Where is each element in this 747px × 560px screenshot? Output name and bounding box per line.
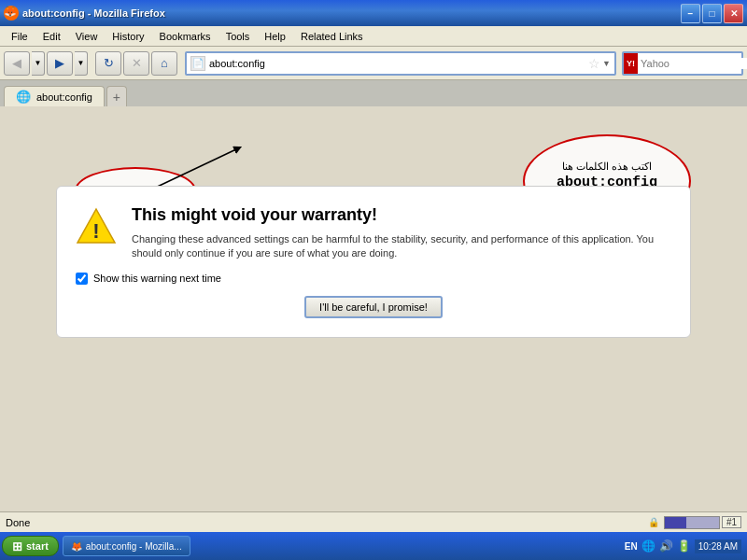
menu-history[interactable]: History [105, 29, 151, 44]
tabs-bar: 🌐 about:config + [0, 80, 747, 106]
show-warning-label: Show this warning next time [93, 273, 221, 284]
warning-dialog: ! This might void your warranty! Changin… [56, 186, 691, 338]
content-area: اكتب هذه الكلمات هنا about:config ثم اضغ… [0, 106, 747, 511]
taskbar-firefox-button[interactable]: 🦊 about:config - Mozilla... [63, 536, 190, 556]
language-indicator: EN [625, 541, 638, 552]
maximize-button[interactable]: □ [702, 4, 722, 23]
warning-buttons: I'll be careful, I promise! [76, 296, 671, 318]
tab-label: about:config [36, 91, 92, 103]
taskbar-app-icon: 🦊 [71, 541, 82, 552]
show-warning-checkbox[interactable] [76, 273, 88, 285]
status-text: Done [6, 517, 638, 528]
menu-related-links[interactable]: Related Links [293, 29, 371, 44]
new-tab-button[interactable]: + [106, 86, 127, 106]
search-brand-logo: Y! [624, 53, 638, 74]
warning-body: Changing these advanced settings can be … [132, 232, 671, 261]
status-progress-bar [664, 516, 720, 529]
taskbar-tray: EN 🌐 🔊 🔋 10:28 AM [625, 539, 745, 553]
menu-tools[interactable]: Tools [218, 29, 258, 44]
system-clock: 10:28 AM [695, 539, 741, 553]
forward-button[interactable]: ▶ [47, 51, 73, 76]
warning-header: ! This might void your warranty! Changin… [76, 205, 671, 261]
browser-window: 🦊 about:config - Mozilla Firefox − □ ✕ F… [0, 0, 747, 560]
search-input[interactable] [638, 58, 747, 69]
bookmark-star-icon[interactable]: ☆ [588, 56, 600, 71]
annotation-line1: اكتب هذه الكلمات هنا [562, 161, 652, 173]
status-bar: Done 🔒 #1 [0, 511, 747, 532]
warning-title: This might void your warranty! [132, 205, 671, 225]
security-lock-icon: 🔒 [645, 515, 662, 530]
firefox-icon: 🦊 [4, 6, 19, 21]
taskbar-app-label: about:config - Mozilla... [86, 541, 182, 552]
warning-content: This might void your warranty! Changing … [132, 205, 671, 261]
forward-dropdown[interactable]: ▼ [75, 51, 88, 76]
start-label: start [26, 540, 49, 552]
tab-about-config[interactable]: 🌐 about:config [4, 86, 105, 106]
address-input[interactable] [209, 58, 586, 69]
svg-text:!: ! [92, 219, 99, 243]
address-bar-container: 📄 ☆ ▼ [185, 51, 616, 76]
start-button[interactable]: ⊞ start [2, 536, 59, 556]
stop-button[interactable]: ✕ [123, 51, 149, 76]
back-dropdown[interactable]: ▼ [32, 51, 45, 76]
status-icons: 🔒 #1 [645, 515, 741, 530]
menu-file[interactable]: File [4, 29, 35, 44]
page-icon: 📄 [190, 56, 205, 71]
windows-logo-icon: ⊞ [12, 539, 22, 553]
address-dropdown-icon[interactable]: ▼ [602, 59, 611, 68]
close-button[interactable]: ✕ [724, 4, 743, 23]
home-button[interactable]: ⌂ [151, 51, 177, 76]
network-icon: 🌐 [641, 539, 655, 553]
taskbar: ⊞ start 🦊 about:config - Mozilla... EN 🌐… [0, 532, 747, 560]
page-number-badge: #1 [722, 516, 741, 528]
promise-button[interactable]: I'll be careful, I promise! [304, 296, 443, 318]
nav-bar: ◀ ▼ ▶ ▼ ↻ ✕ ⌂ 📄 ☆ ▼ Y! 🔍 [0, 47, 747, 80]
tab-page-icon: 🌐 [16, 90, 31, 104]
back-button[interactable]: ◀ [4, 51, 30, 76]
menu-edit[interactable]: Edit [35, 29, 68, 44]
title-bar: 🦊 about:config - Mozilla Firefox − □ ✕ [0, 0, 747, 26]
reload-button[interactable]: ↻ [95, 51, 121, 76]
window-controls: − □ ✕ [681, 4, 743, 23]
window-title: about:config - Mozilla Firefox [22, 7, 681, 19]
show-warning-checkbox-row: Show this warning next time [76, 273, 671, 285]
minimize-button[interactable]: − [681, 4, 700, 23]
battery-icon: 🔋 [677, 539, 691, 553]
menu-bar: File Edit View History Bookmarks Tools H… [0, 26, 747, 47]
menu-help[interactable]: Help [257, 29, 293, 44]
volume-icon: 🔊 [659, 539, 673, 553]
warning-icon: ! [76, 205, 117, 246]
menu-view[interactable]: View [68, 29, 106, 44]
search-container: Y! 🔍 [622, 51, 743, 76]
menu-bookmarks[interactable]: Bookmarks [152, 29, 218, 44]
